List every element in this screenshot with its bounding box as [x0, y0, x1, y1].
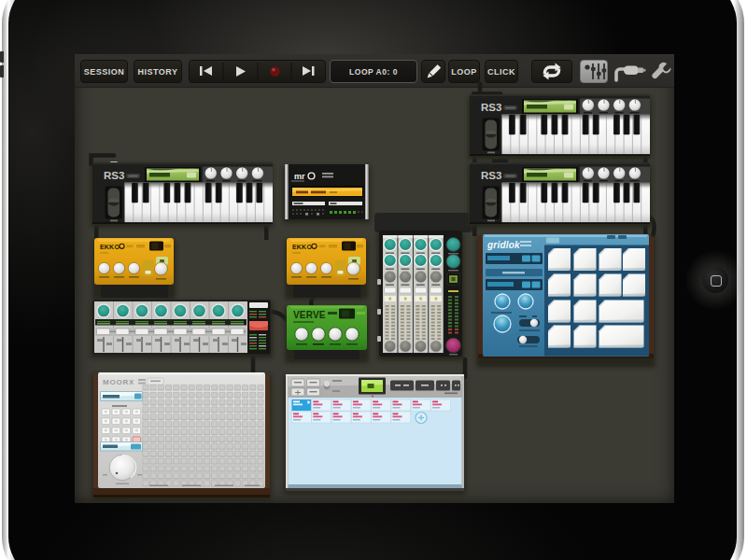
svg-text:mr: mr — [294, 172, 305, 181]
svg-text:MOORX: MOORX — [103, 378, 134, 386]
svg-text:gridlok: gridlok — [486, 240, 520, 250]
svg-text:VERVE: VERVE — [293, 310, 326, 320]
